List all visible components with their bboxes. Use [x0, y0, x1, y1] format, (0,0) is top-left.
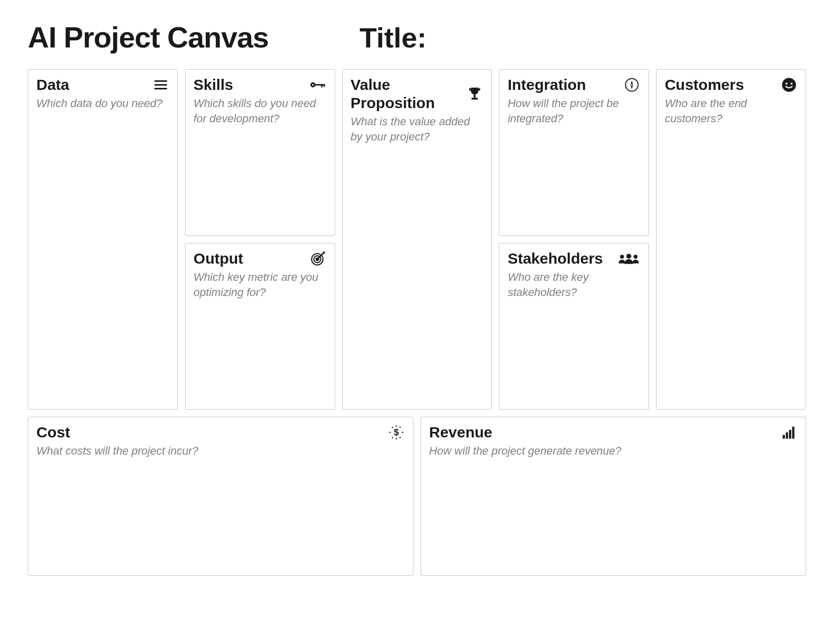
- section-data: Data Which data do you need?: [28, 69, 178, 410]
- svg-rect-8: [474, 94, 476, 97]
- svg-rect-33: [786, 432, 788, 439]
- svg-rect-7: [323, 84, 325, 87]
- svg-point-13: [782, 78, 796, 92]
- section-output: Output Which key metric are you optimizi…: [185, 243, 335, 410]
- section-integration: Integration How will the project be inte…: [499, 69, 649, 236]
- section-revenue-title: Revenue: [429, 423, 492, 441]
- section-cost: Cost $ What costs will the project incur…: [28, 417, 413, 576]
- smiley-icon: [780, 77, 798, 92]
- svg-point-30: [392, 427, 393, 428]
- section-data-title: Data: [36, 76, 69, 94]
- svg-point-24: [399, 427, 401, 428]
- svg-rect-35: [792, 427, 794, 439]
- section-data-prompt: Which data do you need?: [36, 96, 169, 111]
- section-stakeholders-title: Stakeholders: [507, 250, 603, 268]
- section-integration-title: Integration: [507, 76, 586, 94]
- svg-point-12: [631, 84, 633, 86]
- section-stakeholders: Stakeholders Who are the key stakeholder…: [499, 243, 649, 410]
- svg-point-22: [634, 255, 638, 259]
- svg-point-28: [392, 437, 393, 438]
- dollar-icon: $: [388, 425, 405, 440]
- svg-point-23: [396, 425, 397, 427]
- section-cost-prompt: What costs will the project incur?: [36, 443, 405, 459]
- section-value-title: Value Proposition: [351, 76, 467, 112]
- section-value-prompt: What is the value added by your project?: [351, 114, 484, 144]
- section-customers-prompt: Who are the end customers?: [665, 96, 798, 126]
- header: AI Project Canvas Title:: [28, 20, 806, 54]
- list-icon: [152, 77, 169, 92]
- section-cost-title: Cost: [36, 423, 70, 441]
- section-revenue-prompt: How will the project generate revenue?: [429, 443, 798, 459]
- group-icon: [617, 251, 640, 266]
- svg-point-20: [620, 255, 624, 259]
- svg-point-25: [402, 432, 403, 433]
- section-output-title: Output: [194, 250, 243, 268]
- target-icon: [309, 251, 327, 266]
- svg-rect-5: [314, 84, 323, 86]
- trophy-icon: [466, 86, 483, 102]
- svg-point-4: [312, 84, 314, 86]
- section-customers: Customers Who are the end customers?: [656, 69, 806, 410]
- key-icon: [309, 77, 327, 92]
- svg-rect-34: [789, 430, 791, 439]
- section-skills: Skills Which skills do you need for deve…: [185, 69, 335, 236]
- section-customers-title: Customers: [665, 76, 744, 94]
- svg-rect-32: [782, 435, 784, 439]
- svg-rect-6: [321, 84, 322, 87]
- section-skills-title: Skills: [194, 76, 233, 94]
- svg-point-15: [791, 83, 793, 85]
- section-revenue: Revenue How will the project generate re…: [421, 417, 806, 576]
- svg-point-21: [626, 254, 631, 259]
- compass-icon: [623, 77, 640, 92]
- svg-point-27: [396, 438, 397, 439]
- svg-point-26: [399, 437, 401, 438]
- canvas-title: AI Project Canvas: [28, 20, 268, 54]
- svg-point-14: [785, 83, 787, 85]
- bars-icon: [780, 425, 798, 440]
- section-integration-prompt: How will the project be integrated?: [507, 96, 640, 126]
- svg-rect-9: [472, 98, 478, 100]
- section-stakeholders-prompt: Who are the key stakeholders?: [507, 270, 640, 300]
- canvas-grid: Data Which data do you need? Skills: [28, 69, 806, 576]
- section-output-prompt: Which key metric are you optimizing for?: [194, 270, 327, 300]
- svg-text:$: $: [394, 427, 399, 437]
- section-value: Value Proposition What is the value adde…: [342, 69, 492, 410]
- svg-point-29: [389, 432, 391, 433]
- title-label: Title:: [359, 21, 427, 54]
- section-skills-prompt: Which skills do you need for development…: [194, 96, 327, 126]
